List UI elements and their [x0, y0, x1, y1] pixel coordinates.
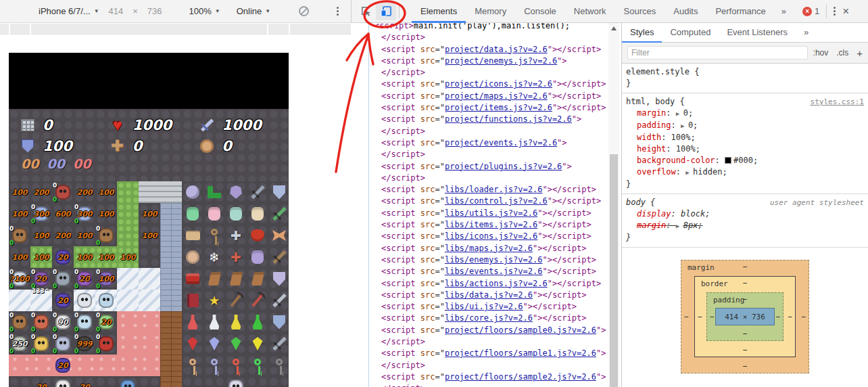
map-tile[interactable] [160, 246, 182, 268]
map-tile[interactable] [9, 376, 30, 387]
device-select[interactable]: iPhone 6/7/... ▼ [39, 6, 99, 16]
throttle-select[interactable]: Online ▼ [237, 6, 271, 16]
elements-scrollbar[interactable] [608, 23, 619, 387]
map-tile[interactable]: 25000 [9, 333, 30, 355]
map-tile[interactable] [74, 355, 95, 376]
map-tile[interactable] [247, 181, 268, 203]
code-line[interactable]: <script src="project/maps.js?v=2.6"></sc… [381, 91, 621, 102]
styles-filter-input[interactable] [627, 46, 808, 60]
map-tile[interactable]: 00 [9, 225, 30, 246]
tab-elements[interactable]: Elements [412, 0, 466, 23]
map-tile[interactable]: ★ [203, 290, 225, 311]
map-tile[interactable] [247, 246, 268, 268]
box-model-margin[interactable]: margin − − − − border − − − − padding − … [681, 260, 809, 373]
code-line[interactable]: </script> [381, 126, 621, 137]
scrollbar-up-icon[interactable] [608, 23, 619, 33]
map-tile[interactable]: 100 [9, 246, 30, 268]
code-line[interactable]: <script>main.init('play'),main.listen(); [375, 23, 621, 32]
pseudo-hov-button[interactable]: :hov [813, 48, 829, 58]
map-tile[interactable] [160, 355, 182, 376]
box-model-content[interactable]: 414 × 736 [715, 308, 775, 325]
css-property[interactable]: margin: ▶ 8px; [626, 220, 864, 232]
code-line[interactable]: <script src="project/items.js?v=2.6"></s… [381, 102, 621, 114]
script-src-link[interactable]: project/floors/sample2.js?v=2.6 [445, 372, 596, 382]
css-property[interactable]: display: block; [626, 208, 864, 220]
code-line[interactable]: <script src="project/floors/sample0.js?v… [381, 325, 621, 336]
map-tile[interactable] [139, 311, 160, 333]
map-tile[interactable]: 100 [74, 246, 95, 268]
map-tile[interactable] [203, 376, 225, 387]
script-src-link[interactable]: libs/data.js?v=2.6 [445, 290, 533, 300]
code-line[interactable]: <script src="libs/utils.js?v=2.6"></scri… [381, 208, 621, 219]
map-tile[interactable]: 00 [30, 333, 52, 355]
map-tile[interactable] [268, 246, 289, 268]
map-tile[interactable]: 2000 [74, 268, 95, 290]
code-line[interactable]: <script src="libs/loader.js?v=2.6"></scr… [381, 184, 621, 196]
map-tile[interactable] [203, 203, 225, 225]
script-src-link[interactable]: project/items.js?v=2.6 [445, 103, 552, 112]
code-line[interactable]: <script src="project/data.js?v=2.6"></sc… [381, 44, 621, 55]
script-src-link[interactable]: project/maps.js?v=2.6 [445, 91, 548, 101]
script-src-link[interactable]: libs/items.js?v=2.6 [445, 220, 537, 229]
map-tile[interactable] [117, 290, 139, 311]
script-src-link[interactable]: project/data.js?v=2.6 [445, 45, 548, 54]
map-tile[interactable] [95, 355, 117, 376]
map-tile[interactable] [203, 181, 225, 203]
map-tile[interactable]: 100 [139, 225, 160, 246]
code-line[interactable]: <script src="libs/actions.js?v=2.6"></sc… [381, 278, 621, 290]
map-tile[interactable] [247, 203, 268, 225]
map-tile[interactable] [160, 333, 182, 355]
map-tile[interactable] [268, 355, 289, 376]
map-tile[interactable] [117, 268, 139, 290]
code-line[interactable]: <script src="libs/items.js?v=2.6"></scri… [381, 219, 621, 231]
color-swatch[interactable] [725, 157, 731, 164]
map-tile[interactable] [225, 203, 247, 225]
map-tile[interactable]: 20 [52, 290, 74, 311]
script-src-link[interactable]: libs/ui.js?v=2.6 [445, 302, 523, 311]
viewport-width-input[interactable]: 414 [109, 6, 124, 16]
script-src-link[interactable]: libs/utils.js?v=2.6 [445, 208, 537, 218]
code-line[interactable]: </script> [381, 67, 621, 78]
new-rule-button[interactable]: + [857, 47, 863, 59]
script-src-link[interactable]: libs/maps.js?v=2.6 [445, 244, 533, 253]
map-tile[interactable] [268, 333, 289, 355]
code-line[interactable]: </script> [381, 32, 621, 43]
map-tile[interactable] [203, 355, 225, 376]
map-tile[interactable] [225, 311, 247, 333]
map-tile[interactable] [139, 268, 160, 290]
css-property[interactable]: margin: ▶ 0; [626, 108, 864, 120]
dom-tree[interactable]: <script>main.init('play'),main.listen();… [352, 23, 621, 387]
map-tile[interactable]: 20 [52, 246, 74, 268]
script-src-link[interactable]: project/icons.js?v=2.6 [445, 79, 552, 89]
css-rule[interactable]: element.style {} [622, 64, 868, 93]
map-tile[interactable] [247, 290, 268, 311]
scrollbar-thumb[interactable] [610, 154, 618, 387]
map-tile[interactable] [225, 290, 247, 311]
map-tile[interactable] [74, 290, 95, 311]
map-tile[interactable]: 100 [117, 246, 139, 268]
map-tile[interactable] [139, 355, 160, 376]
map-tile[interactable] [225, 268, 247, 290]
map-tile[interactable] [182, 203, 203, 225]
map-tile[interactable]: 100 [30, 225, 52, 246]
map-tile[interactable] [117, 225, 139, 246]
code-line[interactable]: <script src="project/floors/sample1.js?v… [381, 348, 621, 359]
map-tile[interactable]: 00 [95, 333, 117, 355]
close-icon[interactable]: × [838, 5, 859, 18]
code-line[interactable]: <script src="libs/events.js?v=2.6"></scr… [381, 266, 621, 277]
map-tile[interactable]: ✚ [225, 246, 247, 268]
script-src-link[interactable]: libs/enemys.js?v=2.6 [445, 255, 543, 265]
map-tile[interactable]: 200 [52, 225, 74, 246]
css-property[interactable]: background-color: #000; [626, 155, 864, 166]
map-tile[interactable] [182, 181, 203, 203]
map-tile[interactable]: 00 [30, 311, 52, 333]
map-tile[interactable] [203, 333, 225, 355]
map-tile[interactable]: 600 [52, 203, 74, 225]
script-src-link[interactable]: libs/loader.js?v=2.6 [445, 185, 543, 194]
script-src-link[interactable]: libs/icons.js?v=2.6 [445, 231, 537, 241]
map-tile[interactable]: 100 [139, 203, 160, 225]
map-tile[interactable] [160, 268, 182, 290]
map-tile[interactable]: 00 [52, 181, 74, 203]
map-tile[interactable] [225, 181, 247, 203]
map-tile[interactable] [268, 376, 289, 387]
